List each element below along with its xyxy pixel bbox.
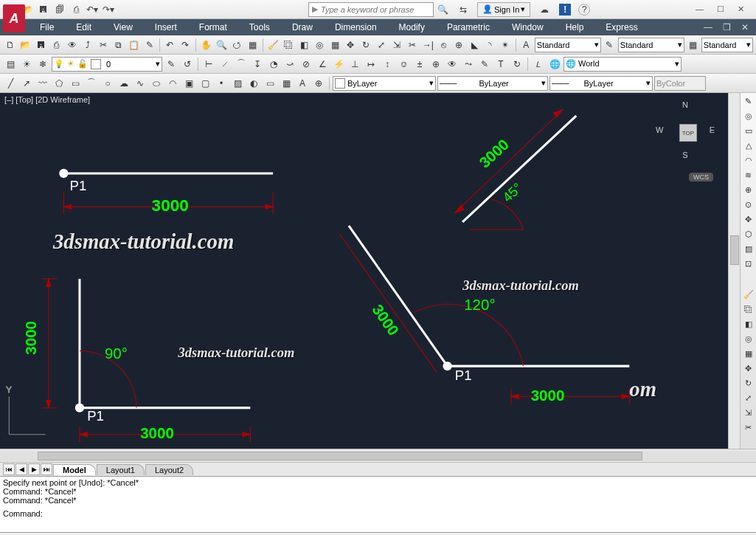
draw-mtext-icon[interactable]: A — [295, 76, 310, 91]
menu-window[interactable]: Window — [502, 21, 554, 34]
tab-model[interactable]: Model — [53, 464, 96, 475]
mod-mirror-icon[interactable]: ◧ — [742, 317, 755, 331]
nav-home-icon[interactable]: ✎ — [742, 94, 755, 108]
tb-stretch-icon[interactable]: ⇲ — [390, 38, 404, 52]
mod-move-icon[interactable]: ✥ — [742, 362, 755, 375]
layer-freeze-icon[interactable]: ❄ — [35, 57, 50, 72]
search-go-icon[interactable]: 🔍 — [435, 2, 450, 17]
mod-copy-icon[interactable]: ⿻ — [742, 303, 755, 316]
draw-earc-icon[interactable]: ◠ — [165, 76, 180, 91]
draw-spline-icon[interactable]: ∿ — [133, 76, 148, 91]
layer-states-icon[interactable]: ☀ — [19, 57, 34, 72]
menu-help[interactable]: Help — [555, 21, 594, 34]
tb-save-icon[interactable]: 🖪 — [34, 38, 48, 52]
doc-close-icon[interactable]: ✕ — [741, 22, 749, 32]
dim-space-icon[interactable]: ↕ — [380, 57, 395, 72]
layer-make-icon[interactable]: ✎ — [164, 57, 178, 72]
ucs-world-icon[interactable]: 🌐 — [547, 57, 562, 72]
nav-grid-icon[interactable]: ▨ — [742, 242, 755, 255]
color-select[interactable]: ByLayer ▾ — [333, 76, 436, 91]
draw-add-icon[interactable]: ⊕ — [311, 76, 326, 91]
nav-pan-icon[interactable]: ▭ — [742, 124, 755, 137]
dim-edit-icon[interactable]: ✎ — [477, 57, 492, 72]
draw-region-icon[interactable]: ▭ — [263, 76, 277, 91]
dim-jog-icon[interactable]: ⤳ — [461, 57, 476, 72]
lineweight-select[interactable]: ─── ByLayer ▾ — [549, 76, 653, 91]
info-icon[interactable]: ! — [559, 4, 571, 15]
dim-quick-icon[interactable]: ⚡ — [331, 57, 346, 72]
help-icon[interactable]: ? — [578, 4, 590, 15]
tb-copy-icon[interactable]: ⧉ — [111, 38, 125, 52]
dim-aligned-icon[interactable]: ⟋ — [218, 57, 232, 72]
draw-insert-icon[interactable]: ▣ — [181, 76, 196, 91]
cloud-icon[interactable]: ☁ — [537, 2, 552, 17]
tab-first-icon[interactable]: ⏮ — [3, 463, 15, 475]
app-logo-icon[interactable]: A — [3, 4, 25, 32]
tb-publish-icon[interactable]: ⤴ — [80, 38, 94, 52]
tb-pan-icon[interactable]: ✋ — [199, 38, 213, 52]
draw-rect-icon[interactable]: ▭ — [68, 76, 83, 91]
plotstyle-select[interactable]: ByColor — [654, 76, 706, 91]
dim-center-icon[interactable]: ⊕ — [429, 57, 443, 72]
table-style-select[interactable]: Standard▾ — [701, 38, 753, 52]
menu-insert[interactable]: Insert — [145, 21, 187, 34]
drawing-canvas[interactable]: [–] [Top] [2D Wireframe] TOP N S W E WCS… — [0, 93, 728, 449]
nav-compass-icon[interactable]: ◎ — [742, 109, 755, 122]
nav-move-icon[interactable]: ✥ — [742, 213, 755, 226]
menu-express[interactable]: Express — [595, 21, 648, 34]
nav-plus-icon[interactable]: ⊕ — [742, 183, 755, 196]
tb-cut-icon[interactable]: ✂ — [96, 38, 110, 52]
qat-saveas-icon[interactable]: 🗐 — [52, 2, 67, 17]
search-box[interactable]: ▶ — [308, 2, 434, 17]
exchange-icon[interactable]: ⇆ — [456, 2, 471, 17]
window-close-icon[interactable]: ✕ — [738, 4, 744, 14]
tb-rotate-icon[interactable]: ↻ — [359, 38, 373, 52]
tb-textstyle-icon[interactable]: A — [519, 38, 533, 52]
mod-rotate-icon[interactable]: ↻ — [742, 376, 755, 390]
nav-sect-icon[interactable]: ⊡ — [742, 257, 755, 270]
dim-diameter-icon[interactable]: ⊘ — [299, 57, 313, 72]
layer-select[interactable]: 💡 ☀ 🔓 0 ▾ — [52, 57, 162, 72]
draw-arc-icon[interactable]: ⌒ — [84, 76, 99, 91]
nav-orbit-icon[interactable]: △ — [742, 139, 755, 152]
mod-trim-icon[interactable]: ✂ — [742, 421, 755, 434]
tb-zoom-icon[interactable]: 🔍 — [215, 38, 229, 52]
ucs-icon[interactable]: 𝘓 — [531, 57, 546, 72]
tb-preview-icon[interactable]: 👁 — [65, 38, 79, 52]
cmd-prompt[interactable]: Command: — [3, 509, 753, 518]
menu-file[interactable]: File — [30, 21, 64, 34]
dim-break-icon[interactable]: ⎊ — [396, 57, 411, 72]
tb-trim-icon[interactable]: ✂ — [406, 38, 420, 52]
tb-scale-icon[interactable]: ⤢ — [375, 38, 389, 52]
vertical-scrollbar[interactable] — [728, 93, 740, 449]
search-input[interactable] — [321, 5, 430, 14]
mod-offset-icon[interactable]: ◎ — [742, 332, 755, 345]
dim-arc-icon[interactable]: ⌒ — [234, 57, 249, 72]
nav-wheel-icon[interactable]: ⬡ — [742, 227, 755, 241]
tb-print-icon[interactable]: ⎙ — [49, 38, 63, 52]
mod-stretch-icon[interactable]: ⇲ — [742, 406, 755, 419]
horizontal-scrollbar[interactable] — [0, 451, 756, 461]
draw-block-icon[interactable]: ▢ — [198, 76, 212, 91]
dim-tolerance-icon[interactable]: ± — [412, 57, 427, 72]
menu-draw[interactable]: Draw — [282, 21, 323, 34]
tb-chamfer-icon[interactable]: ◣ — [468, 38, 482, 52]
mod-erase-icon[interactable]: 🧹 — [742, 288, 755, 301]
scrollbar-thumb[interactable] — [38, 452, 642, 460]
dim-inspect-icon[interactable]: 👁 — [445, 57, 460, 72]
window-minimize-icon[interactable]: — — [696, 4, 704, 14]
layer-prev-icon[interactable]: ↺ — [180, 57, 195, 72]
tb-redo-icon[interactable]: ↷ — [178, 38, 193, 52]
tb-extend-icon[interactable]: →| — [421, 38, 435, 52]
ucs-select[interactable]: 🌐 World ▾ — [563, 57, 682, 72]
menu-dimension[interactable]: Dimension — [325, 21, 387, 34]
dim-ord-icon[interactable]: ↧ — [250, 57, 265, 72]
tb-explode-icon[interactable]: ✴ — [499, 38, 513, 52]
tb-orbit-icon[interactable]: ⭯ — [230, 38, 244, 52]
tb-break-icon[interactable]: ⎋ — [437, 38, 451, 52]
tb-join-icon[interactable]: ⊕ — [452, 38, 466, 52]
tb-mirror-icon[interactable]: ◧ — [297, 38, 311, 52]
draw-polygon-icon[interactable]: ⬠ — [52, 76, 66, 91]
nav-look-icon[interactable]: ◠ — [742, 153, 755, 167]
tab-layout2[interactable]: Layout2 — [145, 464, 193, 475]
